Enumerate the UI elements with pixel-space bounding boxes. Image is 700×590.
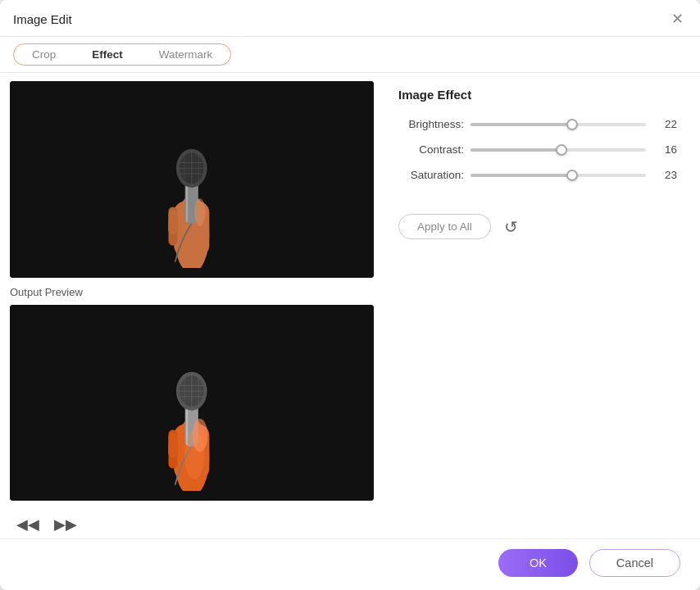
svg-rect-22 [169,433,178,457]
saturation-label: Saturation: [398,169,464,181]
title-bar: Image Edit ✕ [0,0,700,37]
brightness-row: Brightness: 22 [398,118,677,130]
saturation-row: Saturation: 23 [398,169,677,181]
output-preview [10,305,374,502]
close-button[interactable]: ✕ [668,10,687,28]
next-frame-button[interactable]: ▶▶ [51,514,80,535]
dialog-title: Image Edit [13,12,72,26]
tabs-bar: Crop Effect Watermark [0,37,700,73]
playback-bar: ◀◀ ▶▶ [10,507,374,538]
reset-button[interactable]: ↺ [501,216,521,238]
brightness-value: 22 [652,118,677,130]
tab-watermark[interactable]: Watermark [141,44,231,65]
tab-group: Crop Effect Watermark [13,43,231,66]
tab-crop[interactable]: Crop [14,44,74,65]
right-panel: Image Effect Brightness: 22 Contrast: 16 [384,73,700,538]
svg-rect-5 [169,210,178,234]
svg-point-16 [194,198,205,226]
contrast-value: 16 [652,143,677,156]
contrast-slider[interactable] [470,148,646,152]
prev-frame-button[interactable]: ◀◀ [13,514,43,535]
output-preview-label: Output Preview [10,286,374,298]
svg-point-34 [184,430,204,480]
tab-effect[interactable]: Effect [74,44,141,65]
saturation-slider[interactable] [470,174,646,177]
left-panel: Output Preview [0,73,384,538]
contrast-row: Contrast: 16 [398,143,677,156]
saturation-value: 23 [652,169,677,181]
cancel-button[interactable]: Cancel [589,549,680,577]
brightness-slider[interactable] [470,123,646,126]
ok-button[interactable]: OK [498,549,578,577]
dialog-footer: OK Cancel [0,538,700,590]
input-preview [10,81,374,278]
contrast-label: Contrast: [398,143,464,156]
actions-row: Apply to All ↺ [398,214,677,239]
effect-title: Image Effect [398,88,677,102]
apply-all-button[interactable]: Apply to All [398,214,491,239]
main-content: Output Preview [0,73,700,538]
image-edit-dialog: Image Edit ✕ Crop Effect Watermark [0,0,700,590]
brightness-label: Brightness: [398,118,464,130]
